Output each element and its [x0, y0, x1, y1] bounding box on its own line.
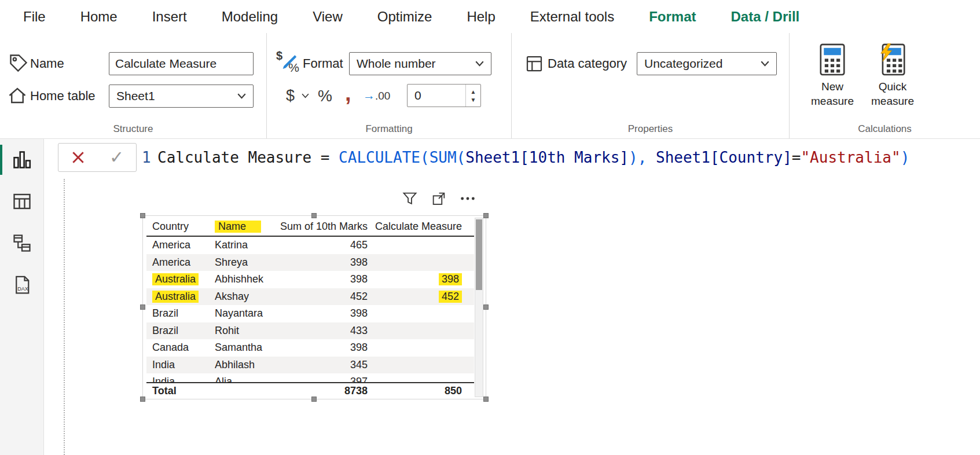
calculator-icon	[818, 43, 846, 76]
currency-format-button[interactable]: $	[286, 84, 295, 107]
menu-tab-format[interactable]: Format	[632, 0, 713, 33]
formula-segment: CALCULATE(	[339, 149, 430, 166]
table-cell: Canada	[146, 342, 215, 354]
formula-text[interactable]: Calculate Measure = CALCULATE(SUM(Sheet1…	[157, 139, 909, 177]
thousands-separator-button[interactable]: ,	[345, 82, 351, 105]
formula-segment: Sheet1[10th Marks]	[465, 149, 629, 166]
data-table: CountryNameSum of 10th MarksCalculate Me…	[146, 218, 474, 398]
menu-tab-data-drill[interactable]: Data / Drill	[714, 0, 817, 33]
menu-tab-modeling[interactable]: Modeling	[204, 0, 295, 33]
report-canvas[interactable]: CountryNameSum of 10th MarksCalculate Me…	[44, 177, 980, 455]
cancel-formula-icon[interactable]	[58, 150, 97, 165]
menu-tab-insert[interactable]: Insert	[135, 0, 204, 33]
scrollbar-thumb[interactable]	[476, 219, 482, 290]
table-cell-value: 398	[350, 342, 368, 353]
table-cell-value: Brazil	[152, 307, 178, 319]
resize-handle[interactable]	[483, 397, 489, 402]
svg-text:DAX: DAX	[17, 286, 28, 292]
table-row[interactable]: AustraliaAbhishhek398398	[146, 271, 474, 288]
spinner-arrows[interactable]: ▲▼	[465, 85, 480, 107]
formula-actions: ✓	[58, 143, 137, 172]
table-cell-value: 397	[350, 376, 368, 382]
table-row[interactable]: BrazilRohit433	[146, 322, 474, 340]
table-cell-value: 398	[350, 307, 368, 319]
currency-chevron-icon[interactable]	[302, 93, 309, 98]
table-view-button[interactable]	[0, 181, 44, 222]
table-cell: India	[146, 376, 215, 382]
table-cell: Samantha	[215, 342, 274, 354]
menu-tab-optimize[interactable]: Optimize	[360, 0, 450, 33]
group-label-formatting: Formatting	[267, 123, 511, 135]
new-measure-label: New measure	[808, 79, 857, 108]
table-cell-value: 398	[439, 273, 462, 285]
resize-handle[interactable]	[140, 397, 145, 402]
column-header-label: Country	[152, 221, 189, 232]
spinner-up-icon[interactable]: ▲	[471, 89, 476, 95]
resize-handle[interactable]	[483, 213, 489, 218]
menu-tab-file[interactable]: File	[6, 0, 63, 33]
column-header-calculate-measure[interactable]: Calculate Measure	[368, 221, 462, 233]
column-header-sum-of-10th-marks[interactable]: Sum of 10th Marks	[274, 221, 368, 233]
column-header-name[interactable]: Name	[215, 221, 274, 233]
data-category-dropdown[interactable]: Uncategorized	[637, 52, 777, 75]
home-table-dropdown[interactable]: Sheet1	[109, 85, 254, 108]
model-view-button[interactable]	[0, 222, 44, 264]
table-row[interactable]: AmericaKatrina465	[146, 237, 474, 254]
table-row[interactable]: CanadaSamantha398	[146, 339, 474, 357]
filter-icon[interactable]	[402, 190, 418, 207]
report-view-button[interactable]	[0, 139, 44, 181]
group-label-calculations: Calculations	[790, 123, 980, 135]
decimal-places-icon[interactable]: →.00	[363, 84, 390, 107]
resize-handle[interactable]	[140, 213, 145, 218]
table-row[interactable]: AustraliaAkshay452452	[146, 288, 474, 306]
table-cell-value: Samantha	[215, 342, 262, 353]
menu-tab-help[interactable]: Help	[449, 0, 512, 33]
spinner-down-icon[interactable]: ▼	[471, 97, 476, 103]
table-cell-value: Canada	[152, 342, 189, 353]
table-cell-value: 465	[350, 239, 368, 251]
formula-bar: ✓ 1 Calculate Measure = CALCULATE(SUM(Sh…	[44, 139, 980, 177]
column-header-label: Sum of 10th Marks	[280, 221, 368, 232]
decimals-spinner[interactable]: 0 ▲▼	[407, 84, 481, 107]
table-row[interactable]: IndiaAlia397	[146, 373, 474, 382]
column-header-label: Name	[215, 221, 261, 233]
table-visual[interactable]: CountryNameSum of 10th MarksCalculate Me…	[142, 215, 486, 399]
table-cell: Nayantara	[215, 307, 274, 320]
percent-format-button[interactable]: %	[318, 84, 332, 107]
chevron-down-icon	[237, 93, 246, 99]
table-scrollbar[interactable]	[475, 218, 483, 397]
table-row[interactable]: BrazilNayantara398	[146, 305, 474, 322]
table-cell: Australia	[146, 291, 215, 303]
table-cell-value: Rohit	[215, 325, 239, 336]
measure-name-input[interactable]	[109, 52, 254, 75]
ribbon-group-formatting: $ % Format Whole number $ % , →.00 0 ▲▼ …	[267, 33, 512, 138]
menu-tab-view[interactable]: View	[295, 0, 360, 33]
table-row[interactable]: IndiaAbhilash345	[146, 357, 474, 374]
table-cell-value: Alia	[215, 376, 232, 382]
column-header-country[interactable]: Country	[146, 221, 215, 233]
resize-handle[interactable]	[483, 304, 489, 310]
table-cell: 397	[274, 376, 368, 382]
table-row[interactable]: AmericaShreya398	[146, 254, 474, 271]
table-cell-value: Australia	[152, 291, 199, 303]
format-dropdown[interactable]: Whole number	[349, 52, 491, 75]
more-options-icon[interactable]	[460, 190, 476, 207]
table-cell: Katrina	[215, 239, 274, 251]
new-measure-button[interactable]: New measure	[802, 43, 862, 124]
table-cell-value: 345	[350, 359, 368, 370]
table-cell: Australia	[146, 273, 215, 285]
table-cell: 398	[274, 273, 368, 285]
menu-tab-external-tools[interactable]: External tools	[513, 0, 632, 33]
commit-formula-icon[interactable]: ✓	[97, 144, 136, 171]
focus-mode-icon[interactable]	[431, 190, 447, 207]
group-label-properties: Properties	[512, 123, 789, 135]
dax-query-view-button[interactable]: DAX	[0, 264, 44, 306]
quick-measure-button[interactable]: Quick measure	[862, 43, 923, 124]
data-category-icon	[524, 53, 545, 74]
table-cell: America	[146, 256, 215, 269]
resize-handle[interactable]	[140, 304, 145, 310]
table-cell-value: Brazil	[152, 325, 178, 336]
quick-measure-label: Quick measure	[868, 79, 917, 108]
menu-tab-home[interactable]: Home	[63, 0, 135, 33]
menu-tabs: FileHomeInsertModelingViewOptimizeHelpEx…	[0, 0, 980, 33]
